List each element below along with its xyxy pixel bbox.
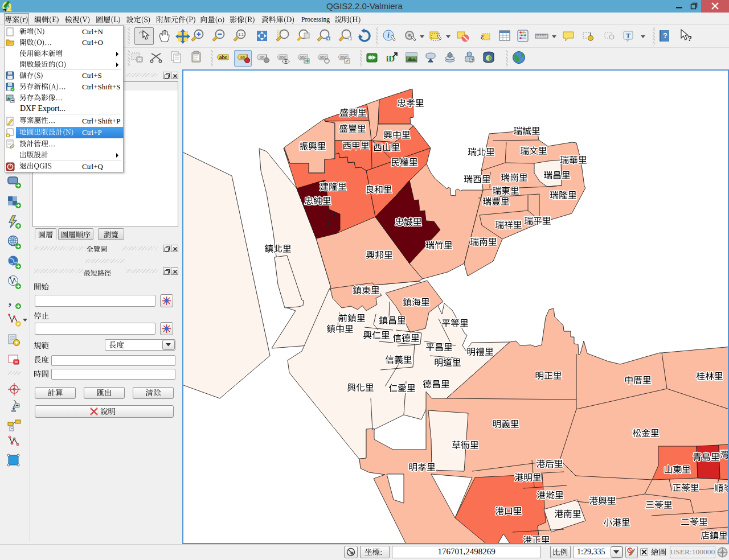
svg-text:abc: abc [219, 55, 228, 60]
svg-text:ab: ab [260, 55, 264, 60]
svg-text:iD: iD [386, 54, 395, 63]
svg-text:?: ? [687, 34, 691, 43]
svg-text:?: ? [663, 32, 667, 40]
svg-text:T: T [626, 32, 630, 39]
svg-text:ε: ε [481, 31, 485, 41]
svg-text:ab: ab [240, 55, 245, 60]
svg-text:1:1: 1:1 [238, 32, 244, 36]
svg-text:abc: abc [279, 55, 286, 60]
svg-text:,: , [9, 295, 11, 307]
